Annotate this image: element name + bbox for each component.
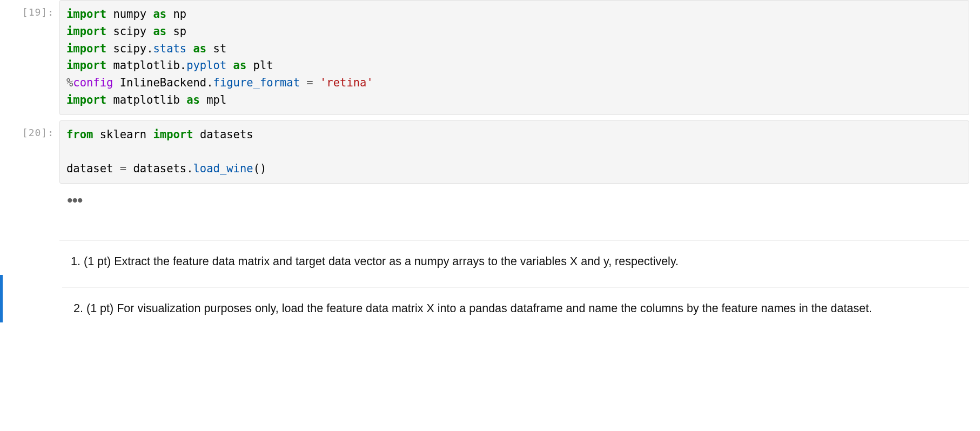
cell-prompt: [20]: xyxy=(0,120,59,184)
module-name: matplotlib xyxy=(113,93,179,106)
keyword-as: as xyxy=(153,25,166,38)
keyword-as: as xyxy=(186,93,200,106)
module-name: matplotlib xyxy=(113,59,179,72)
keyword-import: import xyxy=(66,8,106,21)
keyword-import: import xyxy=(66,25,106,38)
parentheses: () xyxy=(253,162,267,175)
function-name: load_wine xyxy=(193,162,253,175)
equals: = xyxy=(113,162,133,175)
module-name: sklearn xyxy=(100,128,146,141)
code-input[interactable]: import numpy as np import scipy as sp im… xyxy=(59,0,969,115)
dot: . xyxy=(186,162,193,175)
magic-target: InlineBackend xyxy=(113,76,206,89)
object: datasets xyxy=(133,162,186,175)
module-name: scipy xyxy=(113,42,146,55)
string-literal: 'retina' xyxy=(320,76,373,89)
notebook: [19]: import numpy as np import scipy as… xyxy=(0,0,980,322)
dot: . xyxy=(206,76,213,89)
keyword-as: as xyxy=(193,42,207,55)
code-cell-19[interactable]: [19]: import numpy as np import scipy as… xyxy=(0,0,980,115)
alias: sp xyxy=(173,25,187,38)
keyword-import: import xyxy=(66,42,106,55)
markdown-cell-q2[interactable]: (1 pt) For visualization purposes only, … xyxy=(0,275,980,322)
alias: np xyxy=(173,8,187,21)
alias: st xyxy=(213,42,227,55)
markdown-content: (1 pt) Extract the feature data matrix a… xyxy=(59,228,969,275)
cell-prompt: [19]: xyxy=(0,0,59,115)
code-input[interactable]: from sklearn import datasets dataset = d… xyxy=(59,120,969,184)
markdown-content: (1 pt) For visualization purposes only, … xyxy=(62,275,969,322)
divider xyxy=(59,240,969,240)
output-collapsed-row: ••• xyxy=(0,189,980,212)
magic-percent: % xyxy=(66,76,73,89)
keyword-import: import xyxy=(66,93,106,106)
markdown-cell-q1[interactable]: (1 pt) Extract the feature data matrix a… xyxy=(0,228,980,275)
dot: . xyxy=(146,42,153,55)
ellipsis-icon[interactable]: ••• xyxy=(59,189,90,212)
question-2: (1 pt) For visualization purposes only, … xyxy=(86,299,969,318)
question-1: (1 pt) Extract the feature data matrix a… xyxy=(84,252,969,271)
module-name: numpy xyxy=(113,8,146,21)
markdown-gutter xyxy=(0,228,59,275)
equals: = xyxy=(300,76,320,89)
divider xyxy=(62,287,969,287)
import-name: datasets xyxy=(200,128,253,141)
variable: dataset xyxy=(66,162,113,175)
keyword-import: import xyxy=(66,59,106,72)
submodule: pyplot xyxy=(186,59,226,72)
code-cell-20[interactable]: [20]: from sklearn import datasets datas… xyxy=(0,120,980,184)
submodule: stats xyxy=(153,42,186,55)
alias: mpl xyxy=(206,93,226,106)
keyword-import: import xyxy=(153,128,193,141)
magic-command: config xyxy=(73,76,113,89)
dot: . xyxy=(180,59,186,72)
markdown-gutter xyxy=(3,275,62,322)
keyword-as: as xyxy=(233,59,247,72)
module-name: scipy xyxy=(113,25,146,38)
alias: plt xyxy=(253,59,273,72)
keyword-as: as xyxy=(153,8,166,21)
keyword-from: from xyxy=(66,128,93,141)
attribute: figure_format xyxy=(213,76,300,89)
